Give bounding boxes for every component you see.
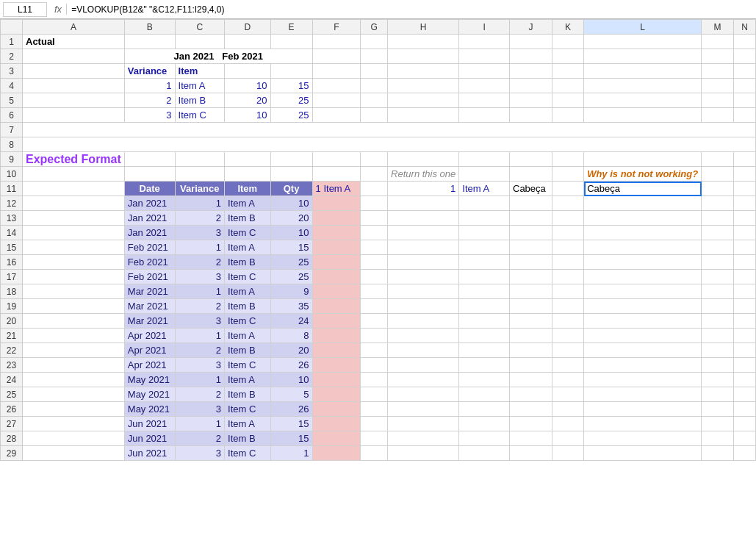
cell-a29[interactable] — [23, 446, 125, 461]
cell-a24[interactable] — [23, 373, 125, 387]
cell-n2[interactable] — [733, 49, 755, 64]
cell-n3[interactable] — [733, 64, 755, 79]
cell-m14[interactable] — [702, 226, 734, 240]
cell-i17[interactable] — [459, 270, 510, 284]
cell-g4[interactable] — [361, 79, 388, 93]
cell-l20[interactable] — [584, 314, 702, 329]
cell-e27[interactable]: 15 — [270, 417, 312, 431]
cell-l15[interactable] — [584, 240, 702, 255]
cell-b28[interactable]: Jun 2021 — [124, 431, 175, 446]
cell-m28[interactable] — [702, 431, 734, 446]
cell-n24[interactable] — [733, 373, 755, 387]
cell-j25[interactable] — [510, 387, 552, 402]
cell-c4[interactable]: Item A — [175, 79, 225, 93]
cell-b25[interactable]: May 2021 — [124, 387, 175, 402]
cell-f1[interactable] — [312, 35, 361, 49]
cell-j22[interactable] — [510, 343, 552, 358]
cell-l9[interactable] — [584, 152, 702, 167]
cell-i9[interactable] — [459, 152, 510, 167]
cell-j9[interactable] — [510, 152, 552, 167]
cell-f21[interactable] — [312, 329, 361, 343]
col-c[interactable]: C — [175, 20, 225, 35]
cell-k26[interactable] — [552, 402, 583, 417]
cell-c18[interactable]: 1 — [175, 284, 225, 299]
cell-c12[interactable]: 1 — [175, 196, 225, 211]
cell-row7[interactable] — [23, 123, 756, 137]
cell-i24[interactable] — [459, 373, 510, 387]
cell-a21[interactable] — [23, 329, 125, 343]
cell-g28[interactable] — [361, 431, 388, 446]
cell-h6[interactable] — [388, 108, 459, 123]
cell-l12[interactable] — [584, 196, 702, 211]
cell-g1[interactable] — [361, 35, 388, 49]
cell-a26[interactable] — [23, 402, 125, 417]
cell-h23[interactable] — [388, 358, 459, 373]
cell-e26[interactable]: 26 — [270, 402, 312, 417]
cell-l1[interactable] — [584, 35, 702, 49]
cell-b16[interactable]: Feb 2021 — [124, 255, 175, 270]
cell-f22[interactable] — [312, 343, 361, 358]
cell-b10[interactable] — [124, 167, 175, 182]
cell-m26[interactable] — [702, 402, 734, 417]
cell-f27[interactable] — [312, 417, 361, 431]
cell-c22[interactable]: 2 — [175, 343, 225, 358]
cell-n9[interactable] — [733, 152, 755, 167]
cell-n12[interactable] — [733, 196, 755, 211]
cell-m3[interactable] — [702, 64, 734, 79]
cell-l21[interactable] — [584, 329, 702, 343]
cell-f19[interactable] — [312, 299, 361, 314]
cell-b4[interactable]: 1 — [124, 79, 175, 93]
cell-a2[interactable] — [23, 49, 125, 64]
cell-e3[interactable] — [270, 64, 312, 79]
cell-b29[interactable]: Jun 2021 — [124, 446, 175, 461]
col-m[interactable]: M — [702, 20, 734, 35]
cell-a4[interactable] — [23, 79, 125, 93]
cell-d26[interactable]: Item C — [225, 402, 271, 417]
cell-row8[interactable] — [23, 137, 756, 152]
cell-c9[interactable] — [175, 152, 225, 167]
cell-g26[interactable] — [361, 402, 388, 417]
cell-k17[interactable] — [552, 270, 583, 284]
cell-e11[interactable]: Qty — [270, 182, 312, 196]
cell-m21[interactable] — [702, 329, 734, 343]
cell-e23[interactable]: 26 — [270, 358, 312, 373]
cell-j26[interactable] — [510, 402, 552, 417]
cell-k12[interactable] — [552, 196, 583, 211]
cell-g23[interactable] — [361, 358, 388, 373]
cell-e24[interactable]: 10 — [270, 373, 312, 387]
cell-j19[interactable] — [510, 299, 552, 314]
cell-l29[interactable] — [584, 446, 702, 461]
cell-h14[interactable] — [388, 226, 459, 240]
cell-m9[interactable] — [702, 152, 734, 167]
cell-m27[interactable] — [702, 417, 734, 431]
cell-e18[interactable]: 9 — [270, 284, 312, 299]
cell-k29[interactable] — [552, 446, 583, 461]
cell-i4[interactable] — [459, 79, 510, 93]
cell-l16[interactable] — [584, 255, 702, 270]
cell-h4[interactable] — [388, 79, 459, 93]
cell-e20[interactable]: 24 — [270, 314, 312, 329]
cell-g25[interactable] — [361, 387, 388, 402]
cell-h12[interactable] — [388, 196, 459, 211]
cell-k27[interactable] — [552, 417, 583, 431]
cell-c28[interactable]: 2 — [175, 431, 225, 446]
cell-l10[interactable]: Why is not not working? — [584, 167, 702, 182]
cell-e19[interactable]: 35 — [270, 299, 312, 314]
cell-e5[interactable]: 25 — [270, 93, 312, 108]
cell-k19[interactable] — [552, 299, 583, 314]
cell-b19[interactable]: Mar 2021 — [124, 299, 175, 314]
cell-d17[interactable]: Item C — [225, 270, 271, 284]
cell-i1[interactable] — [459, 35, 510, 49]
cell-m20[interactable] — [702, 314, 734, 329]
cell-k9[interactable] — [552, 152, 583, 167]
cell-i23[interactable] — [459, 358, 510, 373]
cell-a27[interactable] — [23, 417, 125, 431]
cell-i14[interactable] — [459, 226, 510, 240]
cell-i29[interactable] — [459, 446, 510, 461]
cell-g29[interactable] — [361, 446, 388, 461]
cell-d9[interactable] — [225, 152, 271, 167]
cell-m11[interactable] — [702, 182, 734, 196]
cell-m12[interactable] — [702, 196, 734, 211]
cell-g22[interactable] — [361, 343, 388, 358]
cell-d23[interactable]: Item C — [225, 358, 271, 373]
